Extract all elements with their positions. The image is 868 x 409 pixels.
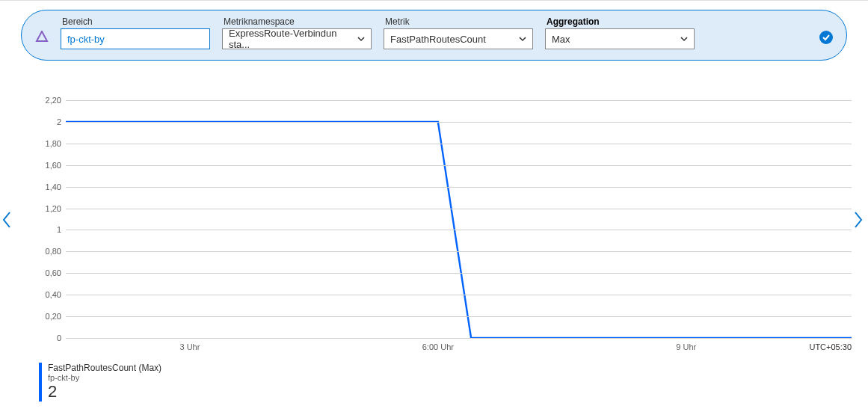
scope-value: fp-ckt-by: [67, 34, 105, 45]
chevron-down-icon: [519, 34, 526, 45]
metric-filter-pill: Bereich fp-ckt-by Metriknamespace Expres…: [21, 10, 847, 61]
chevron-down-icon: [357, 34, 365, 45]
metric-value: FastPathRoutesCount: [390, 34, 486, 45]
metric-filter-region: Bereich fp-ckt-by Metriknamespace Expres…: [0, 0, 868, 61]
legend-resource-name: fp-ckt-by: [48, 373, 161, 382]
gridline: [66, 122, 852, 123]
y-tick-label: 0,40: [39, 290, 61, 299]
y-tick-label: 2: [39, 117, 61, 126]
aggregation-label: Aggregation: [545, 16, 695, 27]
y-tick-label: 1,20: [39, 204, 61, 213]
chevron-right-icon: [854, 211, 863, 229]
scope-label: Bereich: [61, 16, 210, 27]
legend-color-swatch: [39, 363, 42, 402]
y-tick-label: 0,80: [39, 247, 61, 256]
y-tick-label: 0,60: [39, 268, 61, 277]
gridline: [66, 316, 852, 317]
gridline: [66, 251, 852, 252]
y-tick-label: 1,60: [39, 161, 61, 170]
chevron-left-icon: [2, 211, 11, 229]
legend-text: FastPathRoutesCount (Max) fp-ckt-by 2: [48, 363, 161, 402]
scroll-left-button[interactable]: [1, 209, 12, 230]
gridline: [66, 165, 852, 166]
metric-selector[interactable]: FastPathRoutesCount: [384, 28, 533, 49]
namespace-field: Metriknamespace ExpressRoute-Verbindun s…: [222, 16, 372, 49]
gridline: [66, 100, 852, 101]
gridline: [66, 230, 852, 230]
namespace-selector[interactable]: ExpressRoute-Verbindun sta...: [222, 28, 372, 49]
metric-field: Metrik FastPathRoutesCount: [384, 16, 533, 49]
gridline: [66, 144, 852, 144]
namespace-label: Metriknamespace: [222, 16, 372, 27]
legend-current-value: 2: [48, 382, 161, 402]
aggregation-field: Aggregation Max: [545, 16, 695, 49]
x-tick-label: 9 Uhr: [676, 342, 696, 351]
gridline: [66, 209, 852, 209]
aggregation-value: Max: [552, 34, 570, 45]
namespace-value: ExpressRoute-Verbindun sta...: [229, 28, 357, 50]
scope-field: Bereich fp-ckt-by: [61, 16, 210, 49]
series-line: [66, 100, 852, 338]
chevron-down-icon: [680, 34, 688, 45]
gridline: [66, 338, 852, 339]
check-icon: [822, 34, 830, 41]
plot-area: [66, 100, 852, 338]
metric-label: Metrik: [384, 16, 533, 27]
gridline: [66, 187, 852, 188]
timezone-label: UTC+05:30: [809, 342, 852, 351]
metrics-chart: UTC+05:30 2,2021,801,601,401,2010,800,60…: [39, 93, 852, 356]
y-tick-label: 2,20: [39, 96, 61, 105]
legend-series-name: FastPathRoutesCount (Max): [48, 363, 161, 373]
y-tick-label: 1,80: [39, 139, 61, 148]
y-tick-label: 0: [39, 333, 61, 342]
x-tick-label: 6:00 Uhr: [422, 342, 454, 351]
gridline: [66, 273, 852, 274]
aggregation-selector[interactable]: Max: [545, 28, 695, 49]
scroll-right-button[interactable]: [853, 209, 864, 230]
resource-icon: [35, 31, 49, 44]
filter-confirm-badge[interactable]: [819, 31, 833, 44]
y-tick-label: 1: [39, 225, 61, 234]
scope-selector[interactable]: fp-ckt-by: [61, 28, 210, 49]
x-tick-label: 3 Uhr: [179, 342, 200, 351]
chart-legend[interactable]: FastPathRoutesCount (Max) fp-ckt-by 2: [39, 363, 161, 402]
y-tick-label: 1,40: [39, 182, 61, 191]
y-tick-label: 0,20: [39, 312, 61, 321]
gridline: [66, 295, 852, 295]
